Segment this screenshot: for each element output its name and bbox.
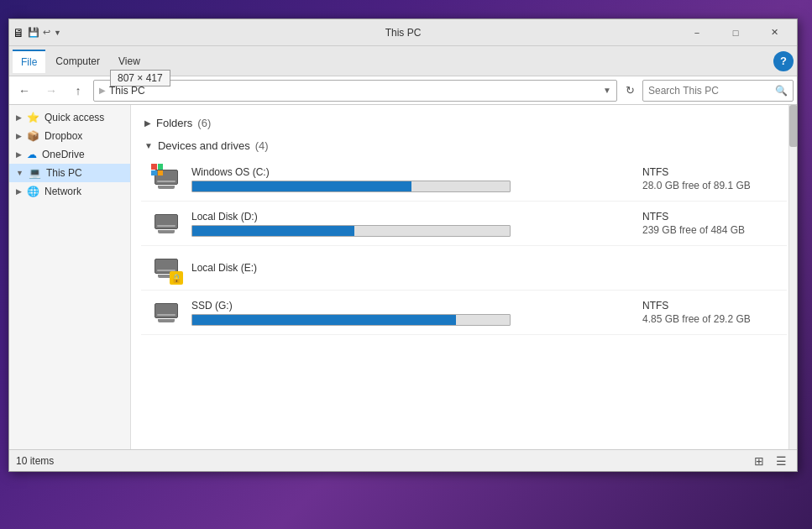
- content-panel: ▶ Folders (6) ▼ Devices and drives (4): [131, 105, 797, 449]
- sidebar-label-network: Network: [45, 186, 81, 197]
- sidebar-label-onedrive: OneDrive: [42, 149, 85, 160]
- drive-g[interactable]: SSD (G:) NTFS 4.85 GB free of 29.2 GB: [141, 291, 787, 335]
- devices-count: (4): [255, 139, 269, 152]
- sidebar-label-quick-access: Quick access: [45, 112, 104, 123]
- sidebar-item-quick-access[interactable]: ▶ ⭐ Quick access: [9, 108, 130, 127]
- scrollbar[interactable]: [788, 105, 797, 449]
- computer-icon: 💻: [29, 167, 41, 179]
- search-input[interactable]: [648, 85, 772, 97]
- back-button[interactable]: ←: [13, 80, 36, 102]
- onedrive-icon: ☁: [27, 149, 37, 160]
- chevron-icon: ▶: [16, 150, 22, 159]
- sidebar-item-dropbox[interactable]: ▶ 📦 Dropbox: [9, 127, 130, 145]
- drive-c[interactable]: Windows OS (C:) NTFS 28.0 GB free of 89.…: [141, 157, 787, 202]
- address-chevron: ▼: [603, 86, 611, 95]
- sidebar-label-dropbox: Dropbox: [45, 130, 82, 142]
- address-text: This PC: [109, 85, 600, 97]
- tab-computer[interactable]: Computer: [47, 50, 108, 72]
- folders-section-header[interactable]: ▶ Folders (6): [141, 112, 787, 134]
- devices-chevron: ▼: [144, 141, 153, 150]
- folders-label: Folders: [156, 117, 192, 129]
- drive-c-icon: [151, 164, 181, 194]
- drive-g-space: 4.85 GB free of 29.2 GB: [642, 313, 777, 325]
- sidebar-item-this-pc[interactable]: ▼ 💻 This PC: [9, 164, 130, 182]
- search-icon: 🔍: [775, 85, 788, 97]
- up-button[interactable]: ↑: [66, 80, 90, 102]
- close-button[interactable]: ✕: [755, 19, 794, 46]
- address-bar[interactable]: ▶ This PC ▼: [93, 80, 617, 102]
- drive-g-fill: [192, 315, 456, 325]
- item-count: 10 items: [16, 455, 54, 467]
- explorer-window: 🖥 💾 ↩ ▼ This PC − □ ✕ File Computer View…: [8, 18, 798, 472]
- drive-d-info: Local Disk (D:): [191, 211, 632, 237]
- folders-count: (6): [197, 117, 211, 129]
- drive-d-icon: [151, 208, 181, 238]
- drive-e-icon: 🔒: [151, 253, 181, 283]
- chevron-icon: ▼: [16, 169, 24, 177]
- chevron-icon: ▶: [16, 132, 22, 140]
- forward-button[interactable]: →: [39, 80, 63, 102]
- devices-label: Devices and drives: [158, 139, 250, 152]
- drive-list: Windows OS (C:) NTFS 28.0 GB free of 89.…: [141, 157, 787, 335]
- computer-icon: 🖥: [13, 26, 24, 39]
- view-grid-button[interactable]: ⊞: [750, 452, 768, 470]
- drive-d-meta: NTFS 239 GB free of 484 GB: [642, 211, 777, 236]
- devices-section-header[interactable]: ▼ Devices and drives (4): [141, 134, 787, 157]
- sidebar-label-this-pc: This PC: [46, 167, 82, 179]
- drive-d-name: Local Disk (D:): [191, 211, 632, 223]
- ribbon: File Computer View ?: [9, 46, 797, 76]
- main-area: ▶ ⭐ Quick access ▶ 📦 Dropbox ▶ ☁ OneDriv…: [9, 105, 797, 449]
- drive-c-progress: [191, 181, 511, 192]
- drive-d[interactable]: Local Disk (D:) NTFS 239 GB free of 484 …: [141, 202, 787, 246]
- network-icon: 🌐: [27, 186, 39, 197]
- statusbar: 10 items ⊞ ☰: [9, 449, 797, 471]
- statusbar-view-controls: ⊞ ☰: [750, 452, 790, 470]
- star-icon: ⭐: [27, 112, 39, 123]
- sidebar: ▶ ⭐ Quick access ▶ 📦 Dropbox ▶ ☁ OneDriv…: [9, 105, 131, 449]
- maximize-button[interactable]: □: [716, 19, 755, 46]
- refresh-button[interactable]: ↻: [621, 81, 639, 100]
- titlebar-icons: 🖥 💾 ↩ ▼: [13, 26, 61, 39]
- drive-g-icon: [151, 297, 181, 327]
- drive-e[interactable]: 🔒 Local Disk (E:): [141, 246, 787, 291]
- chevron-icon: ▶: [16, 113, 22, 122]
- sidebar-item-onedrive[interactable]: ▶ ☁ OneDrive: [9, 145, 130, 164]
- tab-view[interactable]: View: [110, 50, 149, 72]
- drive-g-fs: NTFS: [642, 300, 777, 312]
- drive-d-fill: [192, 226, 354, 236]
- dropdown-icon[interactable]: ▼: [54, 29, 61, 37]
- drive-e-info: Local Disk (E:): [191, 262, 777, 274]
- window-title: This PC: [385, 27, 422, 39]
- scroll-thumb[interactable]: [789, 105, 797, 147]
- drive-g-name: SSD (G:): [191, 300, 632, 312]
- drive-d-fs: NTFS: [642, 211, 777, 223]
- window-controls: − □ ✕: [678, 19, 794, 46]
- drive-d-space: 239 GB free of 484 GB: [642, 224, 777, 236]
- dropbox-icon: 📦: [27, 130, 39, 142]
- drive-e-name: Local Disk (E:): [191, 262, 777, 274]
- drive-c-fill: [192, 181, 411, 191]
- navbar: ← → ↑ ▶ This PC ▼ ↻ 🔍: [9, 76, 797, 105]
- help-button[interactable]: ?: [773, 51, 794, 71]
- drive-g-info: SSD (G:): [191, 300, 632, 326]
- drive-c-name: Windows OS (C:): [191, 166, 632, 178]
- folders-chevron: ▶: [144, 118, 151, 128]
- view-list-button[interactable]: ☰: [772, 452, 790, 470]
- tab-file[interactable]: File: [13, 50, 45, 73]
- search-bar[interactable]: 🔍: [642, 80, 794, 102]
- titlebar: 🖥 💾 ↩ ▼ This PC − □ ✕: [9, 19, 797, 46]
- chevron-icon: ▶: [16, 187, 22, 196]
- drive-c-space: 28.0 GB free of 89.1 GB: [642, 180, 777, 191]
- save-icon: 💾: [28, 27, 39, 38]
- drive-g-progress: [191, 314, 511, 326]
- drive-c-fs: NTFS: [642, 166, 777, 178]
- drive-c-meta: NTFS 28.0 GB free of 89.1 GB: [642, 166, 777, 191]
- address-separator: ▶: [99, 86, 106, 95]
- minimize-button[interactable]: −: [678, 19, 716, 46]
- undo-icon: ↩: [43, 27, 50, 38]
- drive-d-progress: [191, 225, 511, 237]
- drive-g-meta: NTFS 4.85 GB free of 29.2 GB: [642, 300, 777, 325]
- sidebar-item-network[interactable]: ▶ 🌐 Network: [9, 182, 130, 201]
- drive-c-info: Windows OS (C:): [191, 166, 632, 192]
